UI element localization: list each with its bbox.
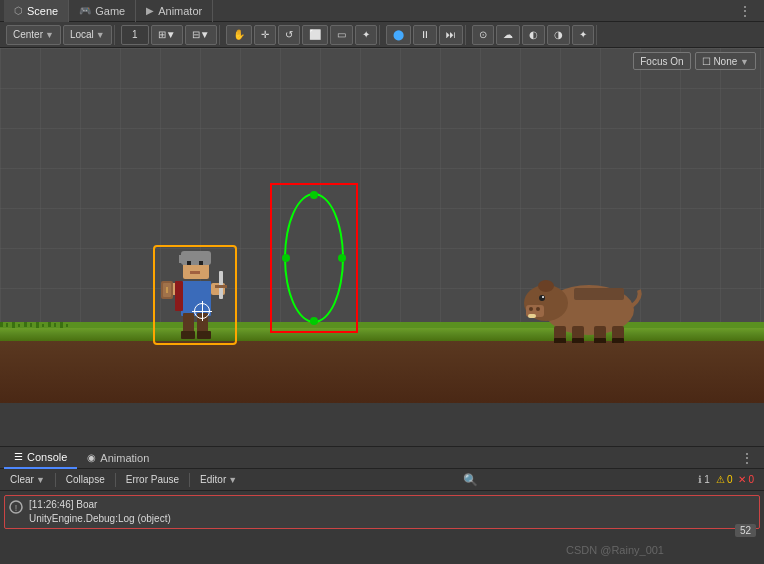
clear-button[interactable]: Clear ▼ <box>4 471 51 489</box>
tab-console[interactable]: ☰ Console <box>4 447 77 469</box>
search-button[interactable]: 🔍 <box>459 472 483 488</box>
error-pause-button[interactable]: Error Pause <box>120 471 185 489</box>
svg-point-38 <box>542 296 544 298</box>
transform-tool[interactable]: ✦ <box>355 25 377 45</box>
tab-more-button[interactable]: ⋮ <box>730 3 760 19</box>
scene-viewport[interactable]: Focus On ☐ None ▼ <box>0 48 764 403</box>
pivot-group: Center ▼ Local ▼ <box>4 25 115 45</box>
tab-animator[interactable]: ▶ Animator <box>136 0 213 22</box>
cloud-button[interactable]: ☁ <box>496 25 520 45</box>
focus-on-label: Focus On <box>640 56 683 67</box>
collider-handle-left[interactable] <box>282 254 290 262</box>
center-label: Center <box>13 29 43 40</box>
svg-rect-41 <box>574 288 624 300</box>
collider-handle-bottom[interactable] <box>310 317 318 325</box>
svg-rect-49 <box>612 338 624 343</box>
hand-tool[interactable]: ✋ <box>226 25 252 45</box>
svg-rect-5 <box>24 322 27 327</box>
pause-button[interactable]: ⏸ <box>413 25 437 45</box>
separator <box>189 473 190 487</box>
log-time: [11:26:46] <box>29 499 73 510</box>
tab-scene-label: Scene <box>27 5 58 17</box>
global-button[interactable]: ◑ <box>547 25 570 45</box>
crosshair-circle <box>194 303 210 319</box>
svg-rect-1 <box>0 322 3 327</box>
step-button[interactable]: ⏭ <box>439 25 463 45</box>
watermark-text: CSDN @Rainy_001 <box>566 544 664 556</box>
editor-label: Editor <box>200 474 226 485</box>
tab-game[interactable]: 🎮 Game <box>69 0 136 22</box>
tab-scene[interactable]: ⬡ Scene <box>4 0 69 22</box>
separator <box>55 473 56 487</box>
log-entry[interactable]: ! [11:26:46] Boar UnityEngine.Debug:Log … <box>4 495 760 529</box>
rect-tool[interactable]: ▭ <box>330 25 353 45</box>
layers-button[interactable]: ◐ <box>522 25 545 45</box>
focus-bar: Focus On ☐ None ▼ <box>633 52 756 70</box>
svg-point-36 <box>536 307 540 311</box>
collider-oval <box>284 193 344 323</box>
console-icon: ☰ <box>14 451 23 462</box>
tab-console-label: Console <box>27 451 67 463</box>
svg-rect-8 <box>42 324 44 327</box>
message-badge: ℹ 1 <box>698 474 710 485</box>
fx-button[interactable]: ✦ <box>572 25 594 45</box>
focus-on-button[interactable]: Focus On <box>633 52 690 70</box>
err-count: 0 <box>748 474 754 485</box>
grid-button[interactable]: ⊞▼ <box>151 25 183 45</box>
svg-rect-4 <box>18 324 20 327</box>
collider-handle-right[interactable] <box>338 254 346 262</box>
collider-handle-top[interactable] <box>310 191 318 199</box>
panel-more-button[interactable]: ⋮ <box>734 450 760 466</box>
error-pause-label: Error Pause <box>126 474 179 485</box>
log-count-badge: 52 <box>735 524 756 537</box>
svg-rect-39 <box>528 314 536 318</box>
console-content: ! [11:26:46] Boar UnityEngine.Debug:Log … <box>0 491 764 543</box>
svg-rect-3 <box>12 322 15 328</box>
warn-count: 0 <box>727 474 733 485</box>
log-detail: UnityEngine.Debug:Log (object) <box>29 512 171 526</box>
character-selection-outline <box>153 245 237 345</box>
watermark: CSDN @Rainy_001 <box>566 544 664 556</box>
num-input[interactable] <box>121 25 149 45</box>
move-tool[interactable]: ✛ <box>254 25 276 45</box>
svg-point-40 <box>538 280 554 292</box>
tab-game-label: Game <box>95 5 125 17</box>
rotate-tool[interactable]: ↺ <box>278 25 300 45</box>
tab-animation-label: Animation <box>100 452 149 464</box>
num-group: ⊞▼ ⊟▼ <box>119 25 220 45</box>
collab-group: ⊙ ☁ ◐ ◑ ✦ <box>470 25 597 45</box>
svg-rect-11 <box>60 322 63 328</box>
editor-button[interactable]: Editor ▼ <box>194 471 243 489</box>
collapse-label: Collapse <box>66 474 105 485</box>
svg-rect-2 <box>6 323 8 327</box>
chevron-down-icon: ▼ <box>228 475 237 485</box>
console-toolbar: Clear ▼ Collapse Error Pause Editor ▼ 🔍 … <box>0 469 764 491</box>
none-text: None <box>713 56 737 67</box>
message-count: 1 <box>704 474 710 485</box>
message-icon: ℹ <box>698 474 702 485</box>
local-button[interactable]: Local ▼ <box>63 25 112 45</box>
svg-rect-48 <box>594 338 606 343</box>
scene-icon: ⬡ <box>14 5 23 16</box>
svg-rect-7 <box>36 322 39 328</box>
tab-animation[interactable]: ◉ Animation <box>77 447 159 469</box>
animation-icon: ◉ <box>87 452 96 463</box>
err-badge: ✕ 0 <box>738 474 754 485</box>
info-icon: ! <box>9 500 23 516</box>
warn-badge: ⚠ 0 <box>716 474 733 485</box>
chevron-down-icon: ▼ <box>36 475 45 485</box>
crosshair <box>192 301 212 321</box>
warn-icon: ⚠ <box>716 474 725 485</box>
svg-rect-47 <box>572 338 584 343</box>
collab-button[interactable]: ⊙ <box>472 25 494 45</box>
play-button[interactable]: ⬤ <box>386 25 411 45</box>
center-button[interactable]: Center ▼ <box>6 25 61 45</box>
svg-rect-6 <box>30 323 32 327</box>
clear-label: Clear <box>10 474 34 485</box>
play-group: ⬤ ⏸ ⏭ <box>384 25 466 45</box>
snap-button[interactable]: ⊟▼ <box>185 25 217 45</box>
none-button[interactable]: ☐ None ▼ <box>695 52 756 70</box>
collapse-button[interactable]: Collapse <box>60 471 111 489</box>
scale-tool[interactable]: ⬜ <box>302 25 328 45</box>
err-icon: ✕ <box>738 474 746 485</box>
